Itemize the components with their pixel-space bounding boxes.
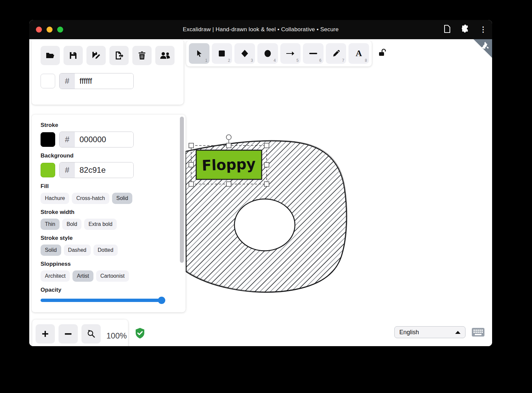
zoom-out-button[interactable]: [59, 324, 78, 344]
unlocked-padlock-icon: [378, 48, 387, 57]
tool-draw[interactable]: 7: [326, 43, 346, 64]
keyboard-shortcuts-button[interactable]: [471, 328, 485, 338]
tool-arrow[interactable]: 5: [280, 43, 301, 64]
floppy-label-text: Floppy: [201, 155, 256, 174]
stroke-style-dashed-button[interactable]: Dashed: [64, 245, 91, 256]
github-corner[interactable]: [473, 39, 492, 58]
sloppiness-architect-button[interactable]: Architect: [41, 270, 70, 282]
stroke-style-solid-button[interactable]: Solid: [41, 245, 61, 256]
zoom-window-button[interactable]: [57, 27, 63, 33]
minus-icon: [65, 333, 72, 335]
canvas-background-hex-input: #: [59, 73, 134, 89]
traffic-lights: [36, 27, 63, 33]
ellipse-icon: [264, 49, 272, 57]
kebab-menu-icon[interactable]: ⋮: [479, 26, 487, 33]
reset-zoom-icon: [87, 330, 95, 338]
opacity-label: Opacity: [41, 287, 186, 293]
panel-scrollbar[interactable]: [180, 117, 184, 263]
app-window: Excalidraw | Hand-drawn look & feel • Co…: [29, 20, 492, 346]
minimize-window-button[interactable]: [47, 27, 53, 33]
encryption-status[interactable]: [135, 328, 145, 340]
fill-crosshatch-button[interactable]: Cross-hatch: [72, 193, 109, 204]
rectangle-icon: [218, 50, 225, 57]
close-window-button[interactable]: [36, 27, 42, 33]
background-label: Background: [41, 152, 186, 159]
tool-rectangle[interactable]: 2: [212, 43, 232, 64]
chevron-up-icon: [455, 331, 461, 334]
element-properties-panel: Stroke # Background #: [32, 115, 186, 312]
save-button[interactable]: [64, 46, 83, 65]
open-file-button[interactable]: [41, 46, 60, 65]
titlebar: Excalidraw | Hand-drawn look & feel • Co…: [29, 20, 492, 39]
cursor-icon: [195, 49, 203, 57]
floppy-hub-hole: [234, 199, 295, 251]
document-icon[interactable]: [444, 25, 451, 35]
tool-ellipse[interactable]: 4: [257, 43, 278, 64]
shape-toolbar: 1 2 3 4 5 6 7: [186, 41, 372, 66]
stroke-width-label: Stroke width: [41, 209, 186, 216]
zoom-in-button[interactable]: [36, 324, 55, 344]
stroke-width-extrabold-button[interactable]: Extra bold: [84, 219, 117, 230]
background-hex-value[interactable]: [75, 162, 133, 178]
rotate-handle: [226, 135, 231, 140]
stroke-label: Stroke: [41, 122, 186, 129]
tool-selection[interactable]: 1: [189, 43, 209, 64]
stroke-hex-input: #: [59, 132, 134, 147]
clear-canvas-button[interactable]: [132, 46, 152, 65]
save-as-button[interactable]: [86, 46, 106, 65]
line-icon: [309, 52, 318, 54]
opacity-slider-thumb[interactable]: [158, 297, 165, 304]
stroke-width-bold-button[interactable]: Bold: [62, 219, 81, 230]
background-color-swatch[interactable]: [41, 163, 55, 177]
stroke-style-dotted-button[interactable]: Dotted: [93, 245, 118, 256]
opacity-slider[interactable]: [41, 297, 165, 304]
canvas-background-hex-value[interactable]: [75, 73, 133, 89]
window-title: Excalidraw | Hand-drawn look & feel • Co…: [183, 26, 339, 33]
stroke-color-swatch[interactable]: [41, 132, 55, 147]
stroke-width-thin-button[interactable]: Thin: [41, 219, 60, 230]
sloppiness-cartoonist-button[interactable]: Cartoonist: [96, 270, 129, 282]
keyboard-icon: [471, 328, 485, 337]
stroke-hex-value[interactable]: [75, 132, 133, 147]
plus-icon: [42, 330, 49, 338]
tool-text[interactable]: A 8: [348, 43, 369, 64]
canvas-background-swatch[interactable]: [41, 74, 55, 88]
arrow-icon: [286, 51, 295, 56]
fill-label: Fill: [41, 183, 186, 190]
zoom-controls: 100%: [32, 320, 128, 346]
sloppiness-artist-button[interactable]: Artist: [72, 270, 93, 282]
encrypted-shield-icon: [135, 328, 145, 339]
canvas-area[interactable]: Floppy: [29, 39, 492, 346]
text-tool-icon: A: [356, 49, 362, 58]
language-value: English: [399, 329, 455, 336]
extension-puzzle-icon[interactable]: [461, 25, 469, 35]
fill-hachure-button[interactable]: Hachure: [41, 193, 69, 204]
stroke-style-label: Stroke style: [41, 235, 186, 242]
fill-solid-button[interactable]: Solid: [112, 193, 133, 204]
tool-line[interactable]: 6: [303, 43, 324, 64]
export-button[interactable]: [109, 46, 129, 65]
zoom-level: 100%: [106, 331, 127, 341]
sloppiness-label: Sloppiness: [41, 261, 186, 267]
pencil-icon: [332, 49, 340, 57]
language-select[interactable]: English: [394, 326, 466, 338]
collaborators-button[interactable]: [155, 46, 175, 65]
hash-prefix: #: [60, 73, 75, 89]
reset-zoom-button[interactable]: [81, 324, 101, 344]
diamond-icon: [241, 49, 249, 57]
file-actions-panel: #: [32, 39, 184, 105]
keep-tool-active-lock[interactable]: [378, 48, 387, 58]
background-hex-input: #: [59, 162, 134, 178]
tool-diamond[interactable]: 3: [234, 43, 255, 64]
